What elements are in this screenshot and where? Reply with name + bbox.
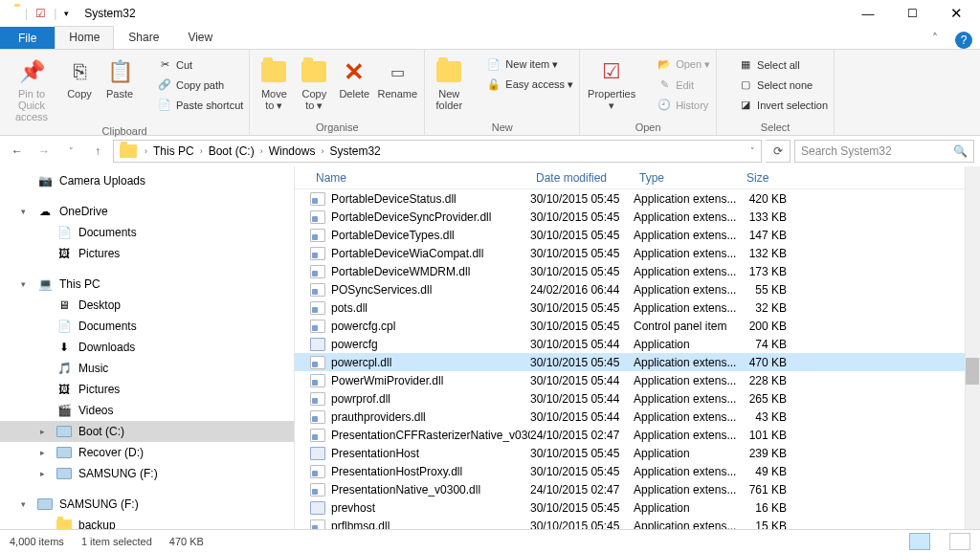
invert-selection-button[interactable]: ◪Invert selection: [723, 96, 828, 114]
search-input[interactable]: Search System32 🔍: [794, 140, 974, 163]
copy-to-button[interactable]: Copy to ▾: [294, 54, 334, 114]
breadcrumb-item[interactable]: Boot (C:): [207, 144, 256, 158]
file-row[interactable]: prflbmsg.dll30/10/2015 05:45Application …: [295, 517, 980, 529]
back-button[interactable]: ←: [6, 140, 29, 163]
up-button[interactable]: ↑: [86, 140, 109, 163]
file-row[interactable]: powrprof.dll30/10/2015 05:44Application …: [295, 389, 980, 408]
file-icon: [310, 247, 325, 260]
move-to-button[interactable]: Move to ▾: [254, 54, 294, 114]
scrollbar-thumb[interactable]: [966, 358, 979, 385]
file-row[interactable]: PresentationHostProxy.dll30/10/2015 05:4…: [295, 462, 980, 480]
chevron-icon[interactable]: ▾: [21, 499, 31, 509]
column-name[interactable]: Name: [310, 171, 530, 185]
edit-button[interactable]: ✎Edit: [641, 76, 710, 94]
tab-file[interactable]: File: [0, 27, 55, 49]
collapse-ribbon-button[interactable]: ˄: [923, 28, 947, 49]
thumbnails-view-button[interactable]: [949, 533, 970, 550]
copy-path-button[interactable]: 🔗Copy path: [142, 76, 243, 94]
qat-dropdown-icon[interactable]: ▾: [64, 9, 69, 18]
tree-item[interactable]: 📄Documents: [0, 316, 294, 337]
file-row[interactable]: prevhost30/10/2015 05:45Application16 KB: [295, 498, 980, 517]
tree-item[interactable]: ⬇Downloads: [0, 337, 294, 358]
pin-to-quick-access-button[interactable]: 📌 Pin to Quick access: [4, 54, 59, 124]
tree-item[interactable]: backup: [0, 515, 294, 529]
chevron-icon[interactable]: ▸: [40, 448, 50, 457]
file-row[interactable]: PortableDeviceWMDRM.dll30/10/2015 05:45A…: [295, 262, 980, 280]
maximize-button[interactable]: ☐: [890, 0, 934, 27]
tab-view[interactable]: View: [173, 26, 227, 49]
tree-item[interactable]: ▸Boot (C:): [0, 421, 294, 442]
tree-item[interactable]: ▾☁OneDrive: [0, 201, 294, 222]
tree-item[interactable]: ▸SAMSUNG (F:): [0, 463, 294, 484]
tab-share[interactable]: Share: [114, 26, 173, 49]
tree-item[interactable]: ▾SAMSUNG (F:): [0, 494, 294, 515]
column-type[interactable]: Type: [634, 171, 741, 185]
chevron-right-icon[interactable]: ›: [141, 146, 151, 156]
tree-item[interactable]: 🖼Pictures: [0, 379, 294, 400]
close-button[interactable]: ✕: [934, 0, 978, 27]
chevron-icon[interactable]: ▾: [21, 279, 31, 289]
rename-button[interactable]: ▭ Rename: [374, 54, 420, 101]
properties-qat-icon[interactable]: ☑: [35, 7, 46, 20]
file-row[interactable]: powercpl.dll30/10/2015 05:45Application …: [295, 353, 980, 371]
tree-item[interactable]: 🖼Pictures: [0, 243, 294, 264]
breadcrumb-item[interactable]: System32: [327, 144, 382, 158]
chevron-icon[interactable]: ▸: [40, 427, 50, 436]
tree-item[interactable]: 📷Camera Uploads: [0, 170, 294, 191]
file-row[interactable]: POSyncServices.dll24/02/2016 06:44Applic…: [295, 280, 980, 298]
new-folder-button[interactable]: New folder: [429, 54, 469, 113]
chevron-right-icon[interactable]: ›: [256, 146, 267, 156]
forward-button[interactable]: →: [33, 140, 56, 163]
file-rows[interactable]: PortableDeviceStatus.dll30/10/2015 05:45…: [295, 189, 980, 529]
file-row[interactable]: powercfg30/10/2015 05:44Application74 KB: [295, 335, 980, 353]
select-none-button[interactable]: ▢Select none: [723, 76, 828, 94]
column-date[interactable]: Date modified: [530, 171, 634, 185]
refresh-button[interactable]: ⟳: [766, 140, 791, 163]
chevron-down-icon[interactable]: ˅: [746, 146, 759, 156]
breadcrumb-item[interactable]: This PC: [151, 144, 196, 158]
tree-item[interactable]: ▾💻This PC: [0, 274, 294, 295]
file-row[interactable]: pots.dll30/10/2015 05:45Application exte…: [295, 298, 980, 317]
file-row[interactable]: PortableDeviceSyncProvider.dll30/10/2015…: [295, 208, 980, 226]
paste-button[interactable]: 📋 Paste: [100, 54, 140, 101]
tree-item[interactable]: 🎵Music: [0, 358, 294, 379]
chevron-icon[interactable]: ▾: [21, 207, 31, 216]
file-row[interactable]: powercfg.cpl30/10/2015 05:45Control pane…: [295, 317, 980, 335]
tab-home[interactable]: Home: [55, 26, 114, 49]
chevron-right-icon[interactable]: ›: [317, 146, 327, 156]
file-row[interactable]: PortableDeviceStatus.dll30/10/2015 05:45…: [295, 189, 980, 208]
history-button[interactable]: 🕘History: [641, 96, 710, 114]
file-row[interactable]: PresentationCFFRasterizerNative_v0300.dl…: [295, 426, 980, 444]
file-name: prflbmsg.dll: [331, 519, 390, 530]
address-bar[interactable]: › This PC › Boot (C:) › Windows › System…: [113, 140, 762, 163]
tree-item[interactable]: 📄Documents: [0, 222, 294, 243]
file-row[interactable]: prauthproviders.dll30/10/2015 05:44Appli…: [295, 408, 980, 426]
chevron-icon[interactable]: ▸: [40, 469, 50, 478]
cut-button[interactable]: ✂Cut: [142, 55, 243, 74]
file-row[interactable]: PortableDeviceWiaCompat.dll30/10/2015 05…: [295, 244, 980, 262]
file-row[interactable]: PortableDeviceTypes.dll30/10/2015 05:45A…: [295, 226, 980, 244]
tree-item[interactable]: 🎬Videos: [0, 400, 294, 421]
new-item-button[interactable]: 📄New item ▾: [471, 55, 573, 74]
easy-access-button[interactable]: 🔓Easy access ▾: [471, 76, 573, 94]
recent-locations-button[interactable]: ˅: [59, 140, 82, 163]
chevron-right-icon[interactable]: ›: [196, 146, 207, 156]
scrollbar[interactable]: [965, 166, 980, 529]
copy-button[interactable]: ⎘ Copy: [59, 54, 100, 101]
paste-shortcut-button[interactable]: 📄Paste shortcut: [142, 96, 243, 114]
file-row[interactable]: PowerWmiProvider.dll30/10/2015 05:44Appl…: [295, 371, 980, 389]
select-all-button[interactable]: ▦Select all: [723, 55, 828, 74]
file-row[interactable]: PresentationHost30/10/2015 05:45Applicat…: [295, 444, 980, 462]
properties-button[interactable]: ☑ Properties ▾: [584, 54, 639, 114]
file-row[interactable]: PresentationNative_v0300.dll24/10/2015 0…: [295, 480, 980, 498]
delete-button[interactable]: ✕ Delete: [334, 54, 374, 101]
help-button[interactable]: ?: [955, 32, 972, 49]
navigation-tree[interactable]: 📷Camera Uploads▾☁OneDrive📄Documents🖼Pict…: [0, 166, 294, 529]
breadcrumb-item[interactable]: Windows: [267, 144, 318, 158]
tree-item[interactable]: 🖥Desktop: [0, 295, 294, 316]
tree-item[interactable]: ▸Recover (D:): [0, 442, 294, 463]
column-size[interactable]: Size: [741, 171, 804, 185]
open-button[interactable]: 📂Open ▾: [641, 55, 710, 74]
minimize-button[interactable]: —: [846, 0, 890, 27]
details-view-button[interactable]: [909, 533, 930, 550]
